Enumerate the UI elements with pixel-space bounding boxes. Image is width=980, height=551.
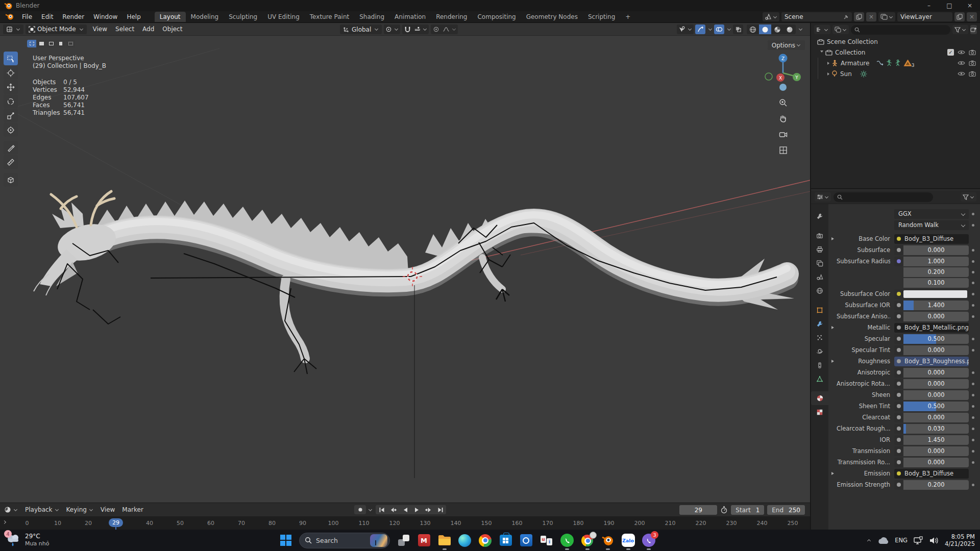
property-widget[interactable]: 1.400 xyxy=(894,300,969,310)
animate-decorator[interactable] xyxy=(969,315,977,318)
new-viewlayer-button[interactable] xyxy=(954,12,965,21)
timeline-ruler[interactable]: 0102040506070809010011012013014015016017… xyxy=(0,516,810,530)
property-widget[interactable]: Body_B3_Roughness.png xyxy=(894,357,969,366)
workspace-tab[interactable]: Compositing xyxy=(472,12,521,22)
property-widget[interactable]: 0.000 xyxy=(894,446,969,456)
outlook-icon[interactable] xyxy=(519,534,533,547)
workspace-tab[interactable]: Layout xyxy=(155,12,186,22)
expand-arrow[interactable] xyxy=(828,237,837,240)
props-tab-object[interactable] xyxy=(811,303,828,317)
timeline-editor-type[interactable] xyxy=(4,506,18,513)
shading-solid-button[interactable] xyxy=(759,24,771,34)
proportional-edit-button[interactable] xyxy=(431,24,441,34)
props-tab-physics[interactable] xyxy=(811,344,828,358)
expand-arrow[interactable] xyxy=(828,360,837,363)
properties-editor-type[interactable] xyxy=(815,192,831,202)
tool-annotate[interactable] xyxy=(4,141,18,155)
outliner-item-collection[interactable]: Collection ✓ xyxy=(811,47,980,58)
input-socket-dot[interactable] xyxy=(894,379,903,389)
property-widget[interactable]: Random Walk xyxy=(894,220,969,230)
camera-icon[interactable] xyxy=(969,49,976,55)
gizmos-toggle[interactable] xyxy=(695,24,705,34)
property-widget[interactable]: 0.000 xyxy=(894,368,969,378)
keying-menu[interactable]: Keying xyxy=(66,506,93,513)
input-socket-dot[interactable] xyxy=(894,289,903,299)
props-tab-world[interactable] xyxy=(811,284,828,297)
props-tab-material[interactable] xyxy=(811,391,828,405)
collection-checkbox[interactable]: ✓ xyxy=(947,49,954,56)
menu-item[interactable]: Render xyxy=(58,12,89,22)
animate-decorator[interactable] xyxy=(969,271,977,273)
maximize-button[interactable]: □ xyxy=(939,0,960,11)
expand-triangle[interactable] xyxy=(827,62,829,65)
animate-decorator[interactable] xyxy=(969,416,977,419)
file-explorer-icon[interactable] xyxy=(437,534,451,547)
marker-menu[interactable]: Marker xyxy=(122,506,143,513)
tool-add-cube[interactable] xyxy=(4,173,18,187)
blender-taskbar-icon[interactable] xyxy=(601,534,615,547)
property-widget[interactable]: Body_B3_Metallic.png xyxy=(894,323,969,333)
animate-decorator[interactable] xyxy=(969,213,977,215)
tool-select-box[interactable] xyxy=(4,52,18,65)
next-keyframe-button[interactable] xyxy=(423,505,434,514)
chrome-icon[interactable] xyxy=(478,534,492,547)
workspace-tab[interactable]: Shading xyxy=(354,12,389,22)
props-tab-modifiers[interactable] xyxy=(811,317,828,331)
property-widget[interactable]: Body_B3_Diffuse xyxy=(894,469,969,479)
prev-keyframe-button[interactable] xyxy=(387,505,399,514)
workspace-tab[interactable]: + xyxy=(620,12,635,22)
search-box[interactable]: Search xyxy=(299,533,390,548)
animate-decorator[interactable] xyxy=(969,338,977,340)
viewlayer-name-field[interactable]: ViewLayer xyxy=(897,12,952,21)
props-tab-scene[interactable] xyxy=(811,270,828,284)
input-socket-dot[interactable] xyxy=(894,368,903,378)
property-widget[interactable]: 1.000 xyxy=(894,257,969,266)
new-collection-button[interactable] xyxy=(970,25,977,34)
navigation-gizmo[interactable]: Z Y X xyxy=(761,51,805,93)
zoom-tool-icon[interactable] xyxy=(777,96,789,109)
expand-arrow[interactable] xyxy=(828,472,837,475)
orientation-dropdown[interactable]: Global xyxy=(340,24,382,34)
property-widget[interactable]: 0.000 xyxy=(894,413,969,422)
camera-icon[interactable] xyxy=(969,60,976,66)
workspace-tab[interactable]: UV Editing xyxy=(262,12,305,22)
onedrive-icon[interactable] xyxy=(877,537,889,544)
animate-decorator[interactable] xyxy=(969,405,977,408)
animate-decorator[interactable] xyxy=(969,439,977,441)
eye-icon[interactable] xyxy=(958,49,965,55)
microsoft-store-icon[interactable] xyxy=(499,534,512,547)
select-mode-new[interactable] xyxy=(27,40,36,47)
shading-material-button[interactable] xyxy=(771,24,783,34)
input-socket-dot[interactable] xyxy=(894,334,903,344)
pan-hand-icon[interactable] xyxy=(777,112,789,124)
select-mode-extend[interactable] xyxy=(37,40,46,47)
play-reverse-button[interactable] xyxy=(399,505,411,514)
use-preview-range-icon[interactable] xyxy=(720,506,728,514)
end-frame-field[interactable]: End250 xyxy=(767,505,805,515)
tool-move[interactable] xyxy=(4,80,18,94)
property-widget[interactable]: 0.500 xyxy=(894,334,969,344)
tool-transform[interactable] xyxy=(4,123,18,137)
language-indicator[interactable]: ENG xyxy=(895,537,908,544)
jump-to-end-button[interactable] xyxy=(434,505,446,514)
weather-widget[interactable]: 4 29°C Mưa nhỏ xyxy=(5,532,49,547)
start-frame-field[interactable]: Start1 xyxy=(731,505,764,515)
animate-decorator[interactable] xyxy=(969,282,977,284)
outliner-search-input[interactable] xyxy=(851,25,950,35)
animate-decorator[interactable] xyxy=(969,371,977,374)
workspace-tab[interactable]: Texture Paint xyxy=(305,12,354,22)
props-tab-tool[interactable] xyxy=(811,209,828,223)
props-tab-viewlayer[interactable] xyxy=(811,256,828,270)
select-mode-subtract[interactable] xyxy=(46,40,56,47)
property-widget[interactable]: Body_B3_Diffuse xyxy=(894,234,969,244)
input-socket-dot[interactable] xyxy=(894,446,903,456)
input-socket-dot[interactable] xyxy=(894,424,903,434)
menu-item[interactable]: File xyxy=(17,12,37,22)
workspace-tab[interactable]: Rendering xyxy=(431,12,472,22)
edge-icon[interactable] xyxy=(458,534,472,547)
start-button[interactable] xyxy=(279,534,292,547)
property-widget[interactable]: 0.030 xyxy=(894,424,969,434)
close-button[interactable]: × xyxy=(960,0,980,11)
playback-menu[interactable]: Playback xyxy=(25,506,59,513)
viewport-menu-item[interactable]: Select xyxy=(111,26,138,33)
